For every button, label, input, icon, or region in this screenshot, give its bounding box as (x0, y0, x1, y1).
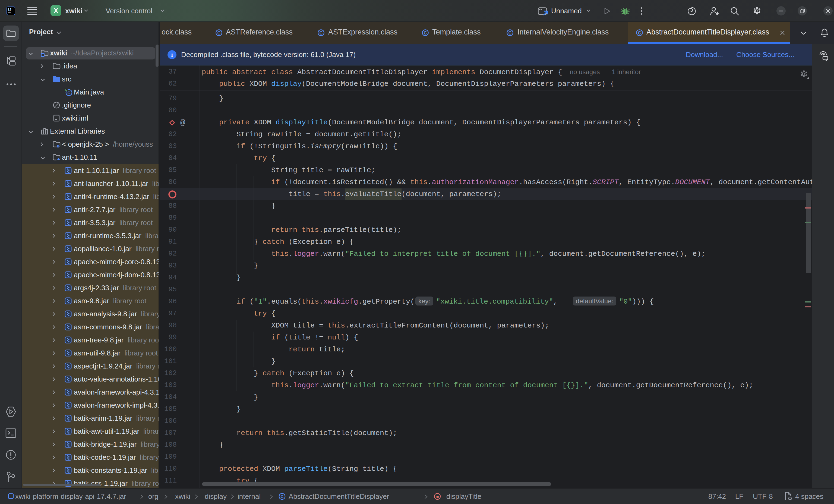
svg-text:C: C (424, 31, 427, 35)
svg-text:C: C (281, 494, 284, 499)
svg-text:C: C (217, 31, 221, 35)
svg-text:m: m (436, 494, 439, 499)
svg-text:C: C (68, 90, 71, 95)
svg-text:C: C (508, 31, 512, 35)
svg-text:C: C (638, 31, 641, 35)
svg-text:C: C (320, 31, 323, 35)
